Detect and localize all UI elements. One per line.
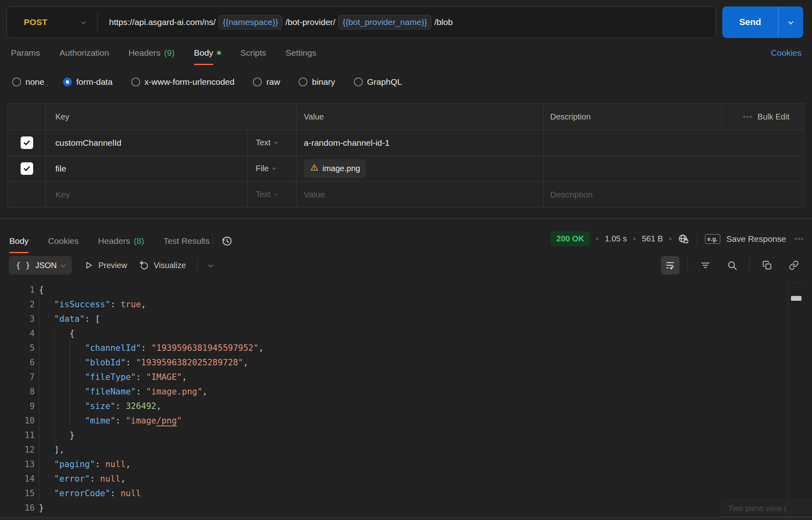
warning-icon <box>310 163 319 174</box>
response-meta: 200 OK 1.05 s 561 B e.g. Save Response <box>551 231 803 253</box>
copy-icon <box>762 260 772 270</box>
tab-authorization[interactable]: Authorization <box>59 42 109 65</box>
radio-label: raw <box>266 77 280 87</box>
preview-button[interactable]: Preview <box>83 260 127 270</box>
body-mode-binary[interactable]: binary <box>299 77 335 87</box>
description-cell[interactable] <box>543 130 804 155</box>
code-line: 9"size": 326492, <box>0 399 812 413</box>
line-number: 3 <box>0 312 35 326</box>
network-globe-lock-icon[interactable] <box>678 233 689 245</box>
code-text: "fileName": "image.png", <box>35 384 207 399</box>
row-checkbox[interactable] <box>21 162 33 175</box>
value-cell[interactable]: Value <box>296 182 543 207</box>
file-chip[interactable]: image.png <box>304 159 366 178</box>
link-button[interactable] <box>785 256 803 275</box>
tab-headers[interactable]: Headers(9) <box>128 42 175 65</box>
token: , <box>202 384 208 399</box>
response-tab-body[interactable]: Body <box>9 230 29 253</box>
type-label: Text <box>256 190 271 199</box>
response-tab-headers[interactable]: Headers(8) <box>98 230 145 253</box>
editor-scrollbar[interactable] <box>788 283 803 516</box>
line-number: 12 <box>0 442 35 457</box>
code-text: "size": 326492, <box>35 399 162 413</box>
token: 326492 <box>126 399 156 413</box>
radio-label: GraphQL <box>367 77 402 87</box>
wrap-text-icon <box>665 260 675 270</box>
bulk-edit-button[interactable]: Bulk Edit <box>722 104 804 130</box>
indent-guide <box>39 457 54 472</box>
body-mode-form-data[interactable]: form-data <box>63 77 113 87</box>
key-cell[interactable]: file <box>45 156 247 181</box>
tab-label: Scripts <box>240 48 266 58</box>
code-text: "error": null, <box>35 472 126 486</box>
indent-guide <box>39 370 54 384</box>
tab-scripts[interactable]: Scripts <box>240 42 267 65</box>
radio-label: x-www-form-urlencoded <box>145 77 235 87</box>
code-line: 10"mime": "image/png" <box>0 413 812 428</box>
type-select[interactable]: Text <box>247 182 296 207</box>
send-button[interactable]: Send <box>722 6 778 38</box>
chevron-down-icon <box>274 192 278 196</box>
body-mode-none[interactable]: none <box>12 77 44 87</box>
body-mode-x-www-form-urlencoded[interactable]: x-www-form-urlencoded <box>131 77 235 87</box>
token: { <box>39 283 44 297</box>
body-mode-graphql[interactable]: GraphQL <box>354 77 402 87</box>
body-mode-raw[interactable]: raw <box>253 77 280 87</box>
body-mode-options: noneform-datax-www-form-urlencodedrawbin… <box>0 70 812 94</box>
history-button[interactable] <box>221 235 233 253</box>
divider <box>749 259 750 271</box>
indent-guide <box>39 442 54 457</box>
send-label: Send <box>739 17 761 27</box>
token: : <box>126 355 136 370</box>
cookies-link[interactable]: Cookies <box>771 42 801 65</box>
url-input[interactable]: https://api.asgard-ai.com/ns/{{namespace… <box>98 15 715 29</box>
key-cell[interactable]: Key <box>45 182 247 207</box>
radio-icon <box>354 78 363 86</box>
description-column-header: Description <box>543 104 722 130</box>
copy-button[interactable] <box>758 256 776 275</box>
wrap-lines-toggle[interactable] <box>661 256 679 275</box>
code-line: 1{ <box>0 283 812 297</box>
type-select[interactable]: Text <box>247 130 296 155</box>
tooltip-text: Two pane view ( <box>728 504 787 513</box>
code-text: "channelId": "1939596381945597952", <box>35 341 264 355</box>
response-tab-cookies[interactable]: Cookies <box>48 230 79 253</box>
code-line: 2"isSuccess": true, <box>0 297 812 312</box>
chevron-down-icon[interactable] <box>208 262 213 267</box>
table-row: customChannelIdTexta-random-channel-id-1 <box>8 130 804 155</box>
preview-label: Preview <box>98 261 127 270</box>
value-cell[interactable]: image.png <box>296 156 543 181</box>
filter-button[interactable] <box>696 256 715 275</box>
token: "mime" <box>85 413 116 428</box>
description-cell[interactable] <box>543 156 804 181</box>
type-select[interactable]: File <box>247 156 296 181</box>
tab-settings[interactable]: Settings <box>285 42 317 65</box>
request-tab-list: ParamsAuthorizationHeaders(9)BodyScripts… <box>11 42 317 65</box>
method-select[interactable]: POST <box>7 7 97 38</box>
token: , <box>156 399 162 413</box>
format-label: JSON <box>35 261 57 270</box>
status-bar-edge <box>0 518 812 520</box>
tab-body[interactable]: Body <box>194 42 221 65</box>
line-number: 10 <box>0 413 35 428</box>
response-size: 561 B <box>642 234 663 243</box>
send-options-button[interactable] <box>778 6 803 38</box>
token: , <box>259 341 264 355</box>
save-response-button[interactable]: Save Response <box>726 234 786 244</box>
description-cell[interactable]: Description <box>543 182 804 207</box>
request-url-box: POST https://api.asgard-ai.com/ns/{{name… <box>6 6 716 38</box>
more-options-button[interactable] <box>795 238 803 240</box>
format-select[interactable]: { } JSON <box>9 256 72 275</box>
tab-params[interactable]: Params <box>11 42 40 65</box>
token: "1939596381945597952" <box>151 341 259 355</box>
response-tab-test-results[interactable]: Test Results <box>163 230 210 253</box>
visualize-button[interactable]: Visualize <box>139 260 186 271</box>
key-cell[interactable]: customChannelId <box>45 130 247 155</box>
tab-label: Body <box>9 236 29 246</box>
scrollbar-thumb[interactable] <box>791 296 801 301</box>
value-cell[interactable]: a-random-channel-id-1 <box>296 130 543 155</box>
search-button[interactable] <box>723 256 741 275</box>
response-body-editor[interactable]: 1{2"isSuccess": true,3"data": [4{5"chann… <box>0 278 812 515</box>
token: " <box>177 413 182 428</box>
row-checkbox[interactable] <box>21 136 33 149</box>
